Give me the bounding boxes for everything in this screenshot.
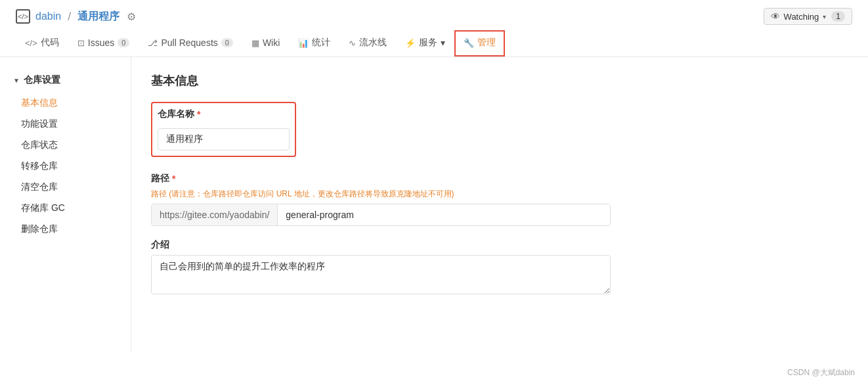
repo-settings-icon[interactable]: ⚙ [125, 10, 138, 23]
sidebar-section-label: 仓库设置 [24, 74, 60, 86]
sidebar-item-repo-status[interactable]: 仓库状态 [0, 135, 131, 156]
tab-wiki-label: Wiki [263, 37, 280, 48]
repo-name-label: 仓库名称 [158, 108, 194, 120]
tab-pipeline[interactable]: ∿ 流水线 [339, 30, 396, 57]
repo-icon: </> [16, 9, 30, 24]
tab-stats[interactable]: 📊 统计 [289, 30, 339, 57]
tab-pr-label: Pull Requests [161, 37, 217, 48]
repo-separator: / [68, 10, 71, 24]
tab-issues[interactable]: ⊡ Issues 0 [68, 31, 139, 56]
wiki-icon: ▦ [251, 38, 259, 48]
repo-tabs: </> 代码 ⊡ Issues 0 ⎇ Pull Requests 0 ▦ Wi… [16, 30, 852, 57]
issues-icon: ⊡ [77, 38, 85, 48]
sidebar-item-delete-repo[interactable]: 删除仓库 [0, 219, 131, 240]
code-icon: </> [25, 38, 37, 48]
tab-manage[interactable]: 🔧 管理 [454, 30, 505, 57]
tab-issues-label: Issues [88, 37, 114, 48]
watching-button[interactable]: 👁 Watching ▾ 1 [764, 8, 852, 25]
pr-badge: 0 [221, 38, 233, 47]
sidebar-section-title: ▼ 仓库设置 [0, 70, 131, 90]
watching-count: 1 [831, 11, 845, 22]
tab-pipeline-label: 流水线 [359, 37, 387, 49]
repo-owner-link[interactable]: dabin [35, 11, 61, 22]
path-hint: 路径 (请注意：仓库路径即仓库访问 URL 地址，更改仓库路径将导致原克隆地址不… [151, 189, 848, 200]
content-area: 基本信息 仓库名称 * 路径 * 路径 (请注意：仓库路径即仓库访问 URL 地… [131, 57, 868, 353]
eye-icon: 👁 [771, 11, 780, 22]
sidebar-item-storage-gc[interactable]: 存储库 GC [0, 198, 131, 219]
services-icon: ⚡ [405, 38, 416, 48]
sidebar-item-basic-info[interactable]: 基本信息 [0, 93, 131, 114]
intro-input[interactable]: 自己会用到的简单的提升工作效率的程序 [151, 255, 611, 294]
repo-name-link[interactable]: 通用程序 [77, 10, 119, 24]
sidebar: ▼ 仓库设置 基本信息 功能设置 仓库状态 转移仓库 清空仓库 存储库 GC 删… [0, 57, 131, 353]
path-suffix-input[interactable] [278, 204, 610, 225]
path-label: 路径 [151, 173, 169, 185]
tab-code[interactable]: </> 代码 [16, 30, 68, 57]
repo-name-input[interactable] [158, 128, 290, 150]
intro-group: 介绍 自己会用到的简单的提升工作效率的程序 [151, 239, 848, 296]
tab-pull-requests[interactable]: ⎇ Pull Requests 0 [139, 31, 242, 56]
sidebar-arrow-icon: ▼ [13, 77, 20, 84]
sidebar-item-clear-repo[interactable]: 清空仓库 [0, 177, 131, 198]
tab-services[interactable]: ⚡ 服务 ▾ [396, 30, 454, 57]
sidebar-item-func-settings[interactable]: 功能设置 [0, 114, 131, 135]
services-dropdown-icon: ▾ [441, 37, 445, 48]
content-title: 基本信息 [151, 73, 848, 89]
path-group: 路径 * 路径 (请注意：仓库路径即仓库访问 URL 地址，更改仓库路径将导致原… [151, 173, 848, 226]
tab-services-label: 服务 [419, 37, 437, 49]
path-required: * [172, 173, 175, 184]
stats-icon: 📊 [298, 38, 309, 48]
tab-wiki[interactable]: ▦ Wiki [242, 31, 289, 56]
issues-badge: 0 [118, 38, 129, 47]
pr-icon: ⎇ [148, 38, 158, 48]
repo-name-field-wrapper: 仓库名称 * [151, 102, 296, 157]
watching-label: Watching [784, 12, 819, 22]
path-prefix: https://gitee.com/yaodabin/ [152, 204, 278, 225]
manage-icon: 🔧 [464, 38, 474, 48]
repo-name-label-wrapper: 仓库名称 * [158, 108, 290, 120]
path-label-wrapper: 路径 * [151, 173, 848, 185]
tab-manage-label: 管理 [477, 37, 496, 49]
intro-label: 介绍 [151, 239, 848, 251]
repo-name-group: 仓库名称 * [151, 102, 848, 160]
tab-stats-label: 统计 [312, 37, 330, 49]
sidebar-item-transfer-repo[interactable]: 转移仓库 [0, 156, 131, 177]
tab-code-label: 代码 [41, 37, 59, 49]
pipeline-icon: ∿ [349, 38, 356, 48]
repo-name-required: * [197, 109, 200, 120]
main-container: ▼ 仓库设置 基本信息 功能设置 仓库状态 转移仓库 清空仓库 存储库 GC 删… [0, 57, 868, 353]
path-row: https://gitee.com/yaodabin/ [151, 204, 611, 226]
watching-chevron-icon: ▾ [823, 13, 826, 20]
